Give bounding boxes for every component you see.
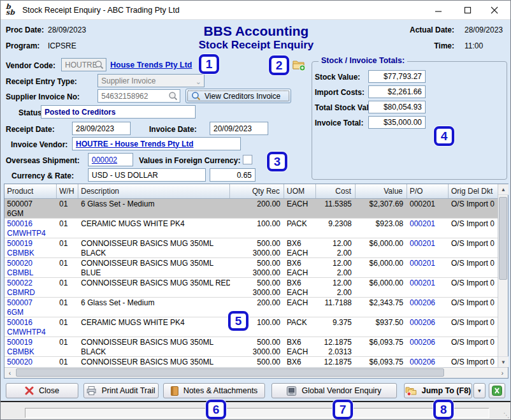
close-window-button[interactable]	[481, 1, 508, 19]
horizontal-scroll-thumb[interactable]	[16, 368, 444, 377]
table-row[interactable]: 500020CBMBL01CONNOISSEUR BASICS MUG 350M…	[4, 258, 498, 278]
cell-po[interactable]: 000201	[407, 199, 449, 218]
cell-po[interactable]: 000201	[407, 219, 449, 238]
invoice-vendor-link[interactable]: HOUTRE - House Trends Pty Ltd	[76, 140, 194, 148]
table-body: 5000076GM016 Glass Set - Medium200.00EAC…	[4, 199, 498, 367]
cell-orig: O/S Import 0	[449, 219, 498, 238]
scroll-down-icon[interactable]: ▼	[498, 356, 508, 367]
notes-attachments-button[interactable]: Notes & Attachments	[163, 383, 265, 398]
table-row[interactable]: 500019CBMBK01CONNOISSEUR BASICS MUG 350M…	[4, 238, 498, 258]
table-row[interactable]: 5000076GM016 Glass Set - Medium200.00EAC…	[4, 199, 498, 219]
cell-line: 000201	[410, 279, 446, 288]
cell-uom: BX6EACH	[284, 238, 316, 257]
cell-po[interactable]: 000206	[407, 317, 449, 337]
actual-date-label: Actual Date:	[391, 25, 454, 34]
stock-value-field: $77,793.27	[368, 70, 426, 83]
scroll-right-icon[interactable]: ›	[497, 368, 508, 378]
attachments-folder-add-icon[interactable]	[292, 57, 306, 71]
column-header-uom[interactable]: UOM	[284, 184, 316, 198]
horizontal-scrollbar[interactable]: ‹ ›	[4, 367, 508, 378]
receipt-entry-type-label: Receipt Entry Type:	[6, 77, 77, 86]
column-header-product[interactable]: Product	[4, 184, 57, 198]
scroll-left-icon[interactable]: ‹	[4, 368, 15, 378]
column-header-description[interactable]: Description	[78, 184, 230, 198]
minimize-button[interactable]	[425, 1, 452, 19]
cell-po[interactable]: 000206	[407, 357, 449, 367]
invoice-search-icon[interactable]	[168, 91, 178, 101]
column-header-orig-del-dkt[interactable]: Orig Del Dkt	[449, 184, 498, 198]
cell-value: $6,000.00	[356, 278, 407, 297]
vertical-scroll-thumb[interactable]	[499, 197, 507, 280]
cell-line: BX6	[287, 358, 313, 367]
callout-1: 1	[199, 54, 219, 74]
cell-desc: 6 Glass Set - Medium	[78, 298, 230, 317]
cell-product[interactable]: 500020CBMBL	[4, 258, 57, 277]
scroll-up-icon[interactable]: ▲	[498, 184, 508, 195]
vendor-name-link[interactable]: House Trends Pty Ltd	[110, 61, 192, 69]
cell-line: EACH	[287, 199, 313, 209]
cell-product[interactable]: 500019CBMBK	[4, 238, 57, 257]
cell-cost: 12.18752.0313	[316, 337, 356, 356]
jump-to-button[interactable]: Jump To (F8)	[404, 383, 472, 398]
table-row[interactable]: 500019CBMBK01CONNOISSEUR BASICS MUG 350M…	[4, 337, 498, 357]
column-header-cost[interactable]: Cost	[316, 184, 356, 198]
cell-product[interactable]: 5000076GM	[4, 199, 57, 218]
cell-product[interactable]: 500016CMWHTP4	[4, 219, 57, 238]
maximize-button[interactable]	[454, 1, 481, 19]
cell-product[interactable]: 500022CBMRD	[4, 278, 57, 297]
vertical-scrollbar[interactable]: ▲ ▼	[498, 184, 508, 367]
cell-line: CMWHTP4	[7, 328, 54, 337]
overseas-shipment-link[interactable]: 000002	[92, 156, 117, 164]
window-title: Stock Receipt Enquiry - ABC Trading Pty …	[22, 6, 180, 15]
receipt-entry-type-select[interactable]: Supplier Invoice ⌄	[97, 74, 205, 87]
cell-line: 01	[59, 219, 76, 229]
cell-product[interactable]: 500019CBMBK	[4, 337, 57, 356]
column-header-qty-rec[interactable]: Qty Rec	[230, 184, 284, 198]
cell-product[interactable]: 500020	[4, 357, 57, 367]
print-audit-trail-button[interactable]: Print Audit Trail	[83, 383, 159, 398]
table-row[interactable]: 500016CMWHTP401CERAMIC MUGS WHITE PK4100…	[4, 219, 498, 238]
close-button[interactable]: Close	[6, 383, 78, 398]
cell-line: CBMRD	[7, 288, 54, 298]
view-creditors-invoice-button[interactable]: View Creditors Invoice	[185, 89, 291, 103]
cell-po[interactable]: 000206	[407, 298, 449, 317]
cell-line: BX6	[287, 279, 313, 288]
resize-grip[interactable]: ⋱	[503, 412, 510, 419]
total-stock-field: $80,054.93	[368, 101, 426, 113]
cell-line: CERAMIC MUGS WHITE PK4	[81, 318, 227, 328]
foreign-currency-checkbox[interactable]	[243, 155, 252, 164]
vendor-search-icon[interactable]	[94, 60, 104, 69]
column-header-wh[interactable]: W/H	[57, 184, 78, 198]
export-excel-button[interactable]	[489, 383, 505, 398]
status-value: Posted to Creditors	[45, 108, 115, 117]
table-row[interactable]: 5000076GM016 Glass Set - Medium200.00EAC…	[4, 298, 498, 317]
cell-line: CMWHTP4	[7, 229, 54, 238]
invoice-date-field: 20/09/2023	[210, 122, 268, 135]
cell-product[interactable]: 500016CMWHTP4	[4, 317, 57, 337]
cell-po[interactable]: 000201	[407, 258, 449, 277]
cell-line: BX6	[287, 338, 313, 347]
cell-po[interactable]: 000206	[407, 337, 449, 356]
currency-rate-label: Currency & Rate:	[11, 171, 74, 180]
table-row[interactable]: 500022CBMRD01CONNOISSEUR BASICS MUG 350M…	[4, 278, 498, 298]
jump-to-dropdown-button[interactable]: ▼	[473, 383, 486, 398]
vendor-code-value: HOUTRE	[65, 61, 97, 69]
cell-orig: O/S Import 0	[449, 258, 498, 277]
overseas-shipment-label: Overseas Shipment:	[6, 156, 80, 165]
cell-po[interactable]: 000201	[407, 278, 449, 297]
cell-po[interactable]: 000201	[407, 238, 449, 257]
cell-line: 2.0313	[319, 347, 352, 357]
invoice-date-value: 20/09/2023	[213, 124, 252, 133]
column-header-value[interactable]: Value	[356, 184, 407, 198]
cell-line: 2.00	[319, 288, 352, 298]
grid-header[interactable]: Product W/H Description Qty Rec UOM Cost…	[4, 184, 498, 199]
cell-cost: 12.002.00	[316, 278, 356, 297]
table-row[interactable]: 500016CMWHTP401CERAMIC MUGS WHITE PK4100…	[4, 317, 498, 337]
cell-line: EACH	[287, 288, 313, 298]
global-vendor-enquiry-button[interactable]: Global Vendor Enquiry	[271, 383, 397, 398]
stock-invoice-totals-group: Stock / Invoice Totals: Stock Value: $77…	[312, 61, 507, 180]
cell-product[interactable]: 5000076GM	[4, 298, 57, 317]
cell-line: $923.08	[358, 219, 403, 229]
column-header-po[interactable]: P/O	[407, 184, 449, 198]
table-row[interactable]: 50002001CONNOISSEUR BASICS MUG 350ML500.…	[4, 357, 498, 367]
